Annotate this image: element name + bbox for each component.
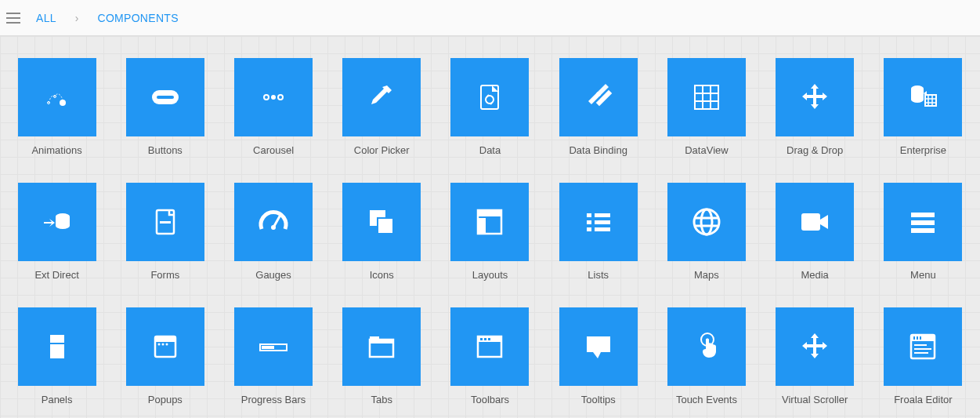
data-binding-icon	[559, 58, 638, 136]
tile-panels[interactable]: Panels	[16, 307, 98, 405]
progress-icon	[234, 307, 313, 386]
chevron-right-icon: ›	[75, 12, 79, 24]
tile-label: Touch Events	[676, 394, 737, 405]
touch-icon	[667, 307, 746, 386]
tile-popups[interactable]: Popups	[125, 307, 206, 405]
tile-grid: AnimationsButtonsCarouselColor PickerDat…	[16, 58, 964, 405]
dataview-icon	[667, 58, 746, 136]
tile-enterprise[interactable]: Enterprise	[882, 58, 964, 156]
tile-label: Animations	[31, 144, 81, 156]
ext-direct-icon	[18, 183, 96, 261]
lists-icon	[559, 183, 638, 261]
layouts-icon	[450, 183, 529, 261]
tile-label: Tabs	[371, 394, 392, 405]
breadcrumb-current[interactable]: COMPONENTS	[92, 9, 183, 27]
tile-databinding[interactable]: Data Binding	[558, 58, 639, 156]
tile-label: Virtual Scroller	[782, 394, 848, 405]
tooltips-icon	[559, 307, 638, 386]
tile-label: Panels	[42, 394, 73, 405]
tile-label: Menu	[910, 269, 936, 281]
tile-colorpicker[interactable]: Color Picker	[341, 58, 422, 156]
tile-label: Progress Bars	[241, 394, 306, 405]
enterprise-icon	[884, 58, 962, 136]
tile-label: Tooltips	[581, 394, 616, 405]
virtual-scroller-icon	[776, 307, 854, 386]
tile-label: Icons	[370, 269, 394, 281]
tile-touch[interactable]: Touch Events	[666, 307, 747, 405]
workspace: AnimationsButtonsCarouselColor PickerDat…	[0, 36, 980, 418]
tile-label: Buttons	[148, 144, 183, 156]
maps-icon	[667, 183, 746, 261]
popups-icon	[126, 307, 204, 386]
tile-label: Ext Direct	[34, 269, 78, 281]
toolbars-icon	[450, 307, 529, 386]
tile-extdirect[interactable]: Ext Direct	[16, 183, 98, 281]
animations-icon	[18, 58, 96, 136]
tile-label: Maps	[694, 269, 719, 281]
tile-data[interactable]: Data	[449, 58, 530, 156]
icons-icon	[342, 183, 421, 261]
tile-tabs[interactable]: Tabs	[341, 307, 422, 405]
tile-vscroller[interactable]: Virtual Scroller	[774, 307, 855, 405]
breadcrumb-root[interactable]: ALL	[31, 9, 61, 27]
carousel-icon	[234, 58, 313, 136]
forms-icon	[126, 183, 204, 261]
tile-label: Gauges	[255, 269, 291, 281]
tile-menu[interactable]: Menu	[882, 183, 964, 281]
tile-label: Drag & Drop	[787, 144, 843, 156]
tile-media[interactable]: Media	[774, 183, 855, 281]
hamburger-menu-icon[interactable]	[6, 11, 20, 25]
tile-animations[interactable]: Animations	[16, 58, 98, 156]
drag-drop-icon	[776, 58, 854, 136]
gauges-icon	[234, 183, 313, 261]
tile-label: Layouts	[472, 269, 508, 281]
tile-dragdrop[interactable]: Drag & Drop	[774, 58, 855, 156]
tile-label: Media	[801, 269, 828, 281]
tile-progress[interactable]: Progress Bars	[233, 307, 314, 405]
tile-label: Forms	[150, 269, 179, 281]
tile-label: DataView	[685, 144, 728, 156]
tabs-icon	[342, 307, 421, 386]
color-picker-icon	[342, 58, 421, 136]
tile-label: Color Picker	[354, 144, 410, 156]
tile-lists[interactable]: Lists	[558, 183, 639, 281]
tile-label: Carousel	[253, 144, 294, 156]
froala-icon	[884, 307, 962, 386]
menu-icon	[884, 183, 962, 261]
tile-dataview[interactable]: DataView	[666, 58, 747, 156]
tile-froala[interactable]: Froala Editor	[882, 307, 964, 405]
tile-gauges[interactable]: Gauges	[233, 183, 314, 281]
tile-label: Froala Editor	[894, 394, 952, 405]
tile-buttons[interactable]: Buttons	[125, 58, 206, 156]
tile-tooltips[interactable]: Tooltips	[558, 307, 639, 405]
data-icon	[450, 58, 529, 136]
buttons-icon	[126, 58, 204, 136]
tile-label: Enterprise	[900, 144, 946, 156]
tile-label: Lists	[588, 269, 609, 281]
panels-icon	[18, 307, 96, 386]
tile-toolbars[interactable]: Toolbars	[449, 307, 530, 405]
tile-maps[interactable]: Maps	[666, 183, 747, 281]
top-toolbar: ALL › COMPONENTS	[0, 0, 980, 36]
tile-label: Data	[479, 144, 501, 156]
tile-label: Toolbars	[471, 394, 509, 405]
tile-icons[interactable]: Icons	[341, 183, 422, 281]
tile-label: Data Binding	[569, 144, 627, 156]
tile-carousel[interactable]: Carousel	[233, 58, 314, 156]
tile-label: Popups	[148, 394, 183, 405]
tile-layouts[interactable]: Layouts	[449, 183, 530, 281]
tile-forms[interactable]: Forms	[125, 183, 206, 281]
media-icon	[776, 183, 854, 261]
